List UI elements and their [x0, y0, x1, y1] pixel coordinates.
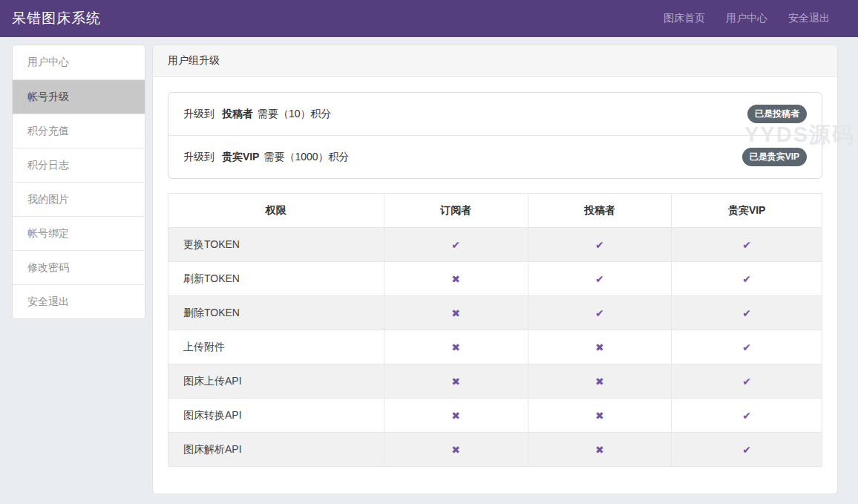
panel-title: 用户组升级 — [153, 45, 837, 77]
check-icon: ✔ — [742, 410, 751, 422]
table-row: 上传附件✖✖✔ — [168, 330, 822, 364]
sidebar-menu: 用户中心帐号升级积分充值积分日志我的图片帐号绑定修改密码安全退出 — [12, 45, 145, 319]
cross-icon: ✖ — [451, 444, 460, 456]
nav-link-logout[interactable]: 安全退出 — [788, 12, 830, 25]
upgrade-box: 升级到 投稿者需要（10）积分 已是投稿者升级到 贵宾VIP需要（1000）积分… — [168, 92, 822, 179]
check-icon: ✔ — [742, 307, 751, 319]
permission-cell: ✖ — [384, 399, 528, 433]
check-icon: ✔ — [595, 239, 604, 251]
cross-icon: ✖ — [451, 273, 460, 285]
permission-cell: ✖ — [384, 364, 528, 399]
permission-label: 刷新TOKEN — [168, 262, 384, 296]
permission-cell: ✔ — [672, 228, 822, 262]
permission-cell: ✔ — [528, 296, 672, 330]
permissions-table: 权限订阅者投稿者贵宾VIP 更换TOKEN✔✔✔刷新TOKEN✖✔✔删除TOKE… — [168, 193, 822, 467]
permission-cell: ✖ — [384, 330, 528, 364]
table-header-cell: 投稿者 — [528, 194, 672, 228]
sidebar-item[interactable]: 帐号绑定 — [13, 216, 145, 250]
upgrade-text: 升级到 投稿者需要（10）积分 — [183, 108, 331, 121]
permission-label: 图床上传API — [168, 364, 384, 399]
check-icon: ✔ — [451, 239, 460, 251]
sidebar-item[interactable]: 用户中心 — [13, 45, 145, 79]
permission-cell: ✔ — [528, 228, 672, 262]
main-panel: 用户组升级 升级到 投稿者需要（10）积分 已是投稿者升级到 贵宾VIP需要（1… — [152, 45, 838, 494]
permission-cell: ✖ — [528, 399, 672, 433]
upgrade-prefix: 升级到 — [183, 108, 214, 120]
cross-icon: ✖ — [595, 444, 604, 456]
top-nav-links: 图床首页 用户中心 安全退出 — [664, 12, 830, 25]
table-header-row: 权限订阅者投稿者贵宾VIP — [168, 194, 822, 228]
cross-icon: ✖ — [451, 341, 460, 353]
status-badge: 已是贵宾VIP — [742, 148, 807, 166]
upgrade-group: 投稿者 — [222, 108, 253, 120]
permission-cell: ✔ — [528, 262, 672, 296]
table-row: 图床解析API✖✖✔ — [168, 433, 822, 467]
permission-cell: ✖ — [384, 433, 528, 467]
permission-cell: ✖ — [528, 433, 672, 467]
sidebar-item[interactable]: 我的图片 — [13, 182, 145, 216]
permission-cell: ✔ — [672, 330, 822, 364]
content-wrapper: 用户中心帐号升级积分充值积分日志我的图片帐号绑定修改密码安全退出 用户组升级 升… — [0, 37, 858, 504]
check-icon: ✔ — [742, 376, 751, 387]
permission-cell: ✔ — [672, 262, 822, 296]
panel-body: 升级到 投稿者需要（10）积分 已是投稿者升级到 贵宾VIP需要（1000）积分… — [153, 77, 837, 494]
upgrade-prefix: 升级到 — [183, 151, 214, 163]
table-row: 删除TOKEN✖✔✔ — [168, 296, 822, 330]
permission-cell: ✖ — [384, 296, 528, 330]
check-icon: ✔ — [742, 273, 751, 285]
status-badge: 已是投稿者 — [747, 105, 807, 123]
sidebar-item[interactable]: 帐号升级 — [13, 79, 145, 114]
permission-cell: ✔ — [672, 364, 822, 399]
table-header-cell: 订阅者 — [384, 194, 528, 228]
nav-link-home[interactable]: 图床首页 — [664, 12, 705, 25]
upgrade-row: 升级到 贵宾VIP需要（1000）积分 已是贵宾VIP — [168, 135, 822, 178]
nav-link-user-center[interactable]: 用户中心 — [726, 12, 767, 25]
table-row: 图床上传API✖✖✔ — [168, 364, 822, 399]
check-icon: ✔ — [595, 307, 604, 319]
upgrade-text: 升级到 贵宾VIP需要（1000）积分 — [183, 151, 350, 164]
check-icon: ✔ — [742, 239, 751, 251]
permission-cell: ✖ — [528, 330, 672, 364]
brand-title[interactable]: 呆错图床系统 — [12, 9, 101, 28]
permission-label: 图床转换API — [168, 399, 384, 433]
table-row: 刷新TOKEN✖✔✔ — [168, 262, 822, 296]
sidebar-item[interactable]: 积分充值 — [13, 114, 145, 148]
top-navbar: 呆错图床系统 图床首页 用户中心 安全退出 — [0, 0, 858, 37]
sidebar-item[interactable]: 安全退出 — [13, 284, 145, 318]
permission-cell: ✔ — [672, 433, 822, 467]
cross-icon: ✖ — [595, 376, 604, 387]
permission-cell: ✔ — [384, 228, 528, 262]
permission-label: 上传附件 — [168, 330, 384, 364]
permission-cell: ✖ — [528, 364, 672, 399]
cross-icon: ✖ — [451, 410, 460, 422]
permission-label: 更换TOKEN — [168, 228, 384, 262]
cross-icon: ✖ — [595, 341, 604, 353]
permission-cell: ✖ — [384, 262, 528, 296]
cross-icon: ✖ — [451, 376, 460, 387]
check-icon: ✔ — [595, 273, 604, 285]
table-row: 更换TOKEN✔✔✔ — [168, 228, 822, 262]
permission-label: 图床解析API — [168, 433, 384, 467]
check-icon: ✔ — [742, 341, 751, 353]
table-header-cell: 权限 — [168, 194, 384, 228]
upgrade-suffix: 需要（1000）积分 — [263, 151, 349, 163]
sidebar-item[interactable]: 修改密码 — [13, 250, 145, 284]
check-icon: ✔ — [742, 444, 751, 456]
permission-cell: ✔ — [672, 399, 822, 433]
permission-label: 删除TOKEN — [168, 296, 384, 330]
sidebar-item[interactable]: 积分日志 — [13, 148, 145, 182]
upgrade-group: 贵宾VIP — [222, 151, 260, 163]
table-header-cell: 贵宾VIP — [672, 194, 822, 228]
upgrade-suffix: 需要（10）积分 — [258, 108, 332, 120]
upgrade-row: 升级到 投稿者需要（10）积分 已是投稿者 — [168, 93, 822, 135]
table-row: 图床转换API✖✖✔ — [168, 399, 822, 433]
permission-cell: ✔ — [672, 296, 822, 330]
cross-icon: ✖ — [595, 410, 604, 422]
cross-icon: ✖ — [451, 307, 460, 319]
